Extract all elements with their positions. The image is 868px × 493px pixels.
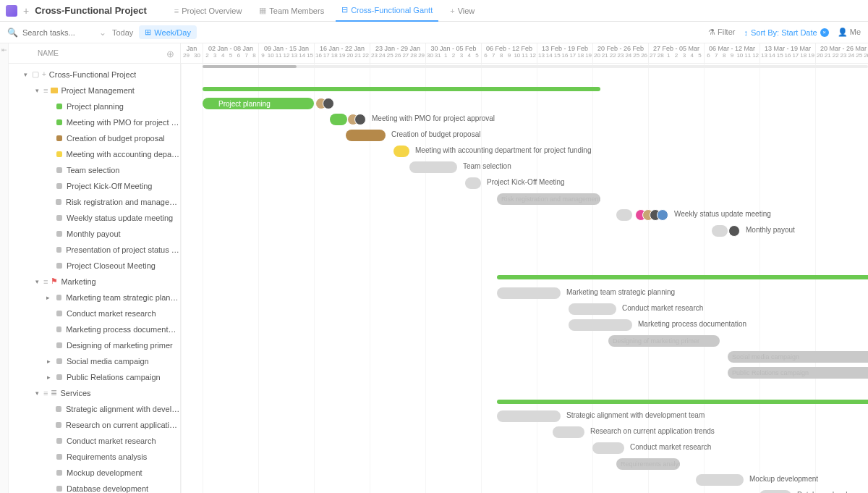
sort-button[interactable]: ↕ Sort By: Start Date ×: [744, 28, 828, 37]
task-bar[interactable]: Mockup development: [696, 474, 744, 486]
task-row[interactable]: Project Closeout Meeting: [9, 258, 180, 274]
search-box[interactable]: 🔍 ⌄: [7, 28, 106, 38]
task-bar[interactable]: Weekly status update meeting: [616, 209, 632, 221]
task-row[interactable]: Monthly payout: [9, 226, 180, 242]
task-row[interactable]: Risk registration and management: [9, 194, 180, 210]
task-bar[interactable]: Project planning: [203, 98, 314, 109]
assignee-avatars[interactable]: [320, 98, 334, 109]
task-bar[interactable]: Marketing process documentation: [569, 319, 632, 331]
assignee-avatars[interactable]: [733, 225, 740, 237]
task-row[interactable]: Conduct market research: [9, 433, 180, 449]
chevron-down-icon[interactable]: ▾: [33, 278, 41, 285]
add-column-button[interactable]: ⊕: [164, 48, 176, 59]
list-row[interactable]: ▾≡Project Management: [9, 83, 180, 98]
task-bar[interactable]: Creation of budget proposal: [346, 130, 386, 141]
tab-add-view[interactable]: + View: [444, 0, 480, 22]
week-day-toggle[interactable]: ⊞ Week/Day: [139, 25, 197, 39]
task-row[interactable]: Team selection: [9, 162, 180, 178]
task-bar[interactable]: Marketing team strategic planning: [497, 287, 561, 299]
tab-label: Cross-Functional Gantt: [351, 6, 433, 14]
tab-project-overview[interactable]: ≡ Project Overview: [169, 0, 248, 22]
task-bar[interactable]: Social media campaign: [728, 351, 868, 363]
chevron-down-icon[interactable]: ▾: [33, 389, 41, 397]
gantt-chart[interactable]: Jan293002 Jan - 08 Jan234567809 Jan - 15…: [181, 43, 868, 493]
task-row[interactable]: Project planning: [9, 98, 180, 114]
task-bar[interactable]: Strategic alignment with development tea…: [497, 410, 561, 422]
task-row[interactable]: Meeting with accounting depart...: [9, 146, 180, 162]
item-label: Project Kick-Off Meeting: [67, 182, 152, 190]
task-row[interactable]: Conduct market research: [9, 306, 180, 321]
task-bar[interactable]: Meeting with PMO for project approval: [330, 114, 346, 125]
chevron-down-icon[interactable]: ▾: [22, 71, 29, 78]
task-bar[interactable]: Database development: [760, 490, 791, 493]
task-bar-label: Public Relations campaign: [728, 369, 809, 376]
chevron-down-icon[interactable]: ▾: [33, 87, 41, 94]
task-bar-label: Marketing process documentation: [638, 320, 746, 328]
timeline-column: 23 Jan - 29 Jan23242526272829: [370, 43, 425, 63]
task-bar[interactable]: Monthly payout: [712, 225, 728, 237]
task-row[interactable]: Marketing process documentation: [9, 321, 180, 337]
task-row[interactable]: Mockup development: [9, 465, 180, 481]
task-bar[interactable]: Team selection: [409, 161, 457, 173]
project-title[interactable]: Cross-Functional Project: [35, 5, 147, 16]
task-row[interactable]: Project Kick-Off Meeting: [9, 178, 180, 194]
task-row[interactable]: ▸Social media campaign: [9, 353, 180, 369]
tab-cross-functional-gantt[interactable]: ⊟ Cross-Functional Gantt: [336, 0, 438, 22]
tab-team-members[interactable]: ▦ Team Members: [253, 0, 330, 22]
task-row[interactable]: Research on current application ...: [9, 417, 180, 433]
me-button[interactable]: 👤 Me: [838, 28, 861, 37]
timeline-column: 06 Feb - 12 Feb6789101112: [481, 43, 537, 63]
chevron-right-icon[interactable]: ▸: [45, 374, 52, 381]
task-bar[interactable]: Research on current application trends: [553, 426, 584, 438]
bars-icon: ≣: [51, 388, 57, 397]
list-row[interactable]: ▾≡⚑Marketing: [9, 274, 180, 290]
task-row[interactable]: Weekly status update meeting: [9, 210, 180, 226]
task-bar[interactable]: Risk registration and management: [497, 193, 600, 205]
task-row[interactable]: ▸Marketing team strategic planning: [9, 290, 180, 306]
add-project-icon[interactable]: +: [23, 5, 29, 17]
group-bar[interactable]: [497, 400, 868, 404]
chevron-right-icon[interactable]: ▸: [45, 358, 52, 365]
scrollbar-thumb[interactable]: [203, 65, 297, 68]
task-bar[interactable]: Project Kick-Off Meeting: [465, 177, 481, 189]
today-button[interactable]: Today: [112, 28, 133, 37]
task-bar-label: Requirements analysis: [616, 460, 680, 468]
item-label: Meeting with accounting depart...: [67, 150, 180, 159]
task-row[interactable]: Designing of marketing primer: [9, 337, 180, 353]
folder-row[interactable]: ▾▢+Cross-Functional Project: [9, 67, 180, 83]
task-bar[interactable]: Designing of marketing primer: [608, 335, 720, 347]
assignee-avatars[interactable]: [352, 114, 366, 125]
timeline-scrollbar[interactable]: [203, 65, 868, 68]
filter-button[interactable]: ⚗ Filter: [708, 28, 736, 37]
group-bar[interactable]: [203, 87, 600, 91]
list-row[interactable]: ▾≡≣Services: [9, 385, 180, 401]
task-row[interactable]: Database development: [9, 481, 180, 493]
add-icon[interactable]: +: [42, 70, 46, 78]
task-bar[interactable]: Conduct market research: [592, 442, 624, 454]
gantt-body[interactable]: Project planningMeeting with PMO for pro…: [181, 64, 868, 493]
task-row[interactable]: Strategic alignment with develop...: [9, 401, 180, 417]
task-bar[interactable]: Conduct market research: [569, 303, 616, 315]
task-bar[interactable]: Meeting with accounting department for p…: [393, 146, 409, 157]
task-row[interactable]: Meeting with PMO for project a...: [9, 114, 180, 130]
status-square-icon: [56, 454, 62, 460]
status-square-icon: [56, 231, 62, 237]
task-row[interactable]: Creation of budget proposal: [9, 130, 180, 146]
clear-sort-button[interactable]: ×: [820, 28, 829, 37]
item-label: Marketing: [61, 277, 95, 286]
task-bar[interactable]: Requirements analysis: [616, 458, 680, 470]
chevron-right-icon[interactable]: ▸: [45, 294, 52, 301]
task-row[interactable]: Requirements analysis: [9, 449, 180, 465]
task-bar[interactable]: Public Relations campaign: [728, 367, 868, 379]
group-bar[interactable]: [497, 275, 868, 279]
task-row[interactable]: ▸Public Relations campaign: [9, 369, 180, 385]
chevron-down-icon[interactable]: ⌄: [99, 28, 106, 38]
folder-yellow-icon: [51, 88, 58, 93]
assignee-avatars[interactable]: [639, 209, 668, 221]
grid-icon: ▦: [259, 6, 266, 15]
collapse-rail[interactable]: ⇤: [0, 43, 9, 493]
item-label: Strategic alignment with develop...: [66, 405, 180, 413]
task-row[interactable]: Presentation of project status re...: [9, 242, 180, 258]
status-square-icon: [56, 406, 61, 412]
search-input[interactable]: [22, 28, 95, 37]
